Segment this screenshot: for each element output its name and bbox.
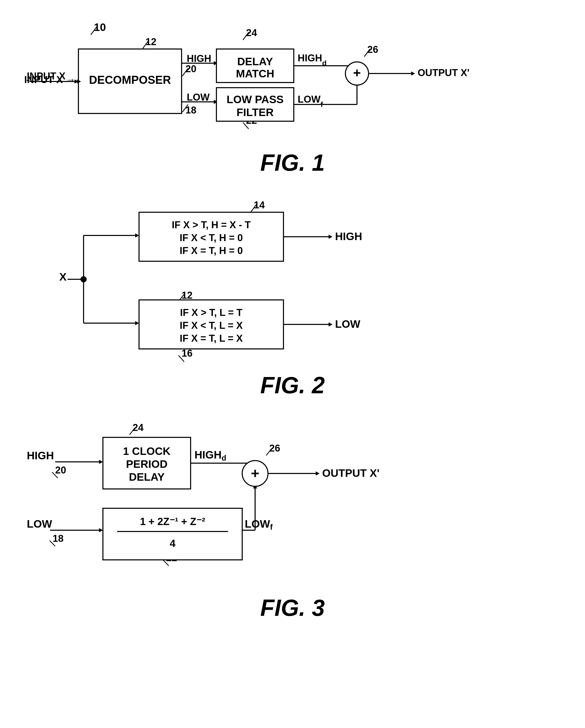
adder-plus-fig3: + [251, 465, 259, 481]
lpf-label1: LOW PASS [227, 93, 284, 105]
fig3-diagram: HIGH 20 24 1 CLOCK PERIOD DELAY HIGHd LO… [22, 414, 563, 590]
svg-marker-40 [99, 460, 103, 464]
ref-24: 24 [246, 27, 257, 38]
box16-line2: IF X < T, L = X [180, 320, 243, 331]
box16-line1: IF X > T, L = T [180, 307, 243, 318]
svg-marker-55 [316, 471, 320, 475]
ref-20: 20 [185, 63, 196, 74]
low-label-fig1: LOW [187, 92, 210, 103]
fig3-label: FIG. 3 [21, 595, 564, 621]
high-d-fig3: HIGHd [195, 449, 226, 462]
match-label: MATCH [236, 68, 275, 80]
low-f-label: LOWf [298, 94, 323, 108]
fig2-diagram: X 14 IF X > T, H = X - T IF X < T, H = 0… [22, 191, 563, 367]
input-label2: INPUT X → [24, 74, 75, 85]
low-f-fig3: LOWf [245, 518, 273, 531]
ref-20-fig3: 20 [55, 465, 66, 475]
high-input-fig3: HIGH [27, 449, 54, 462]
fig2-label: FIG. 2 [21, 372, 564, 399]
svg-marker-46 [99, 528, 103, 532]
fig1-diagram: 10 12 DECOMPOSER INPUT X INPUT X → HIGH … [22, 16, 563, 145]
delay-fig3-line3: DELAY [129, 471, 165, 483]
delay-label: DELAY [237, 55, 273, 68]
svg-marker-34 [135, 321, 139, 325]
output-label: OUTPUT X' [417, 67, 469, 78]
filter-numerator: 1 + 2Z⁻¹ + Z⁻² [140, 516, 205, 527]
fig3-section: HIGH 20 24 1 CLOCK PERIOD DELAY HIGHd LO… [21, 414, 564, 590]
ref-14: 14 [254, 200, 265, 210]
filter-denominator: 4 [170, 538, 176, 549]
high-d-label: HIGHd [298, 53, 327, 67]
low-output: LOW [335, 318, 360, 330]
adder-plus: + [353, 65, 361, 80]
low-input-fig3: LOW [27, 518, 52, 530]
x-label: X [59, 271, 67, 283]
high-output: HIGH [335, 230, 362, 242]
box16-line3: IF X = T, L = X [180, 333, 243, 344]
high-label-fig1: HIGH [187, 53, 211, 64]
ref-16: 16 [182, 348, 193, 359]
svg-marker-28 [135, 233, 139, 237]
box14-line2: IF X < T, H = 0 [180, 232, 243, 243]
ref-24-fig3: 24 [133, 422, 144, 433]
box14-line1: IF X > T, H = X - T [172, 219, 251, 230]
svg-marker-31 [329, 235, 332, 239]
ref-10: 10 [94, 21, 106, 33]
svg-marker-38 [329, 322, 332, 327]
ref-18-fig3: 18 [53, 533, 63, 544]
lpf-label2: FILTER [236, 106, 274, 119]
fig1-section: 10 12 DECOMPOSER INPUT X INPUT X → HIGH … [21, 16, 564, 145]
fig2-section: X 14 IF X > T, H = X - T IF X < T, H = 0… [21, 191, 564, 367]
box14-line3: IF X = T, H = 0 [180, 245, 243, 256]
output-fig3: OUTPUT X' [322, 467, 379, 479]
delay-fig3-line2: PERIOD [126, 458, 168, 470]
fig1-label: FIG. 1 [21, 150, 564, 176]
ref-12: 12 [146, 36, 156, 47]
delay-fig3-line1: 1 CLOCK [123, 445, 171, 457]
decomposer-label: DECOMPOSER [89, 74, 171, 86]
ref-26: 26 [367, 44, 378, 55]
svg-marker-21 [411, 72, 415, 76]
ref-26-fig3: 26 [269, 443, 280, 453]
